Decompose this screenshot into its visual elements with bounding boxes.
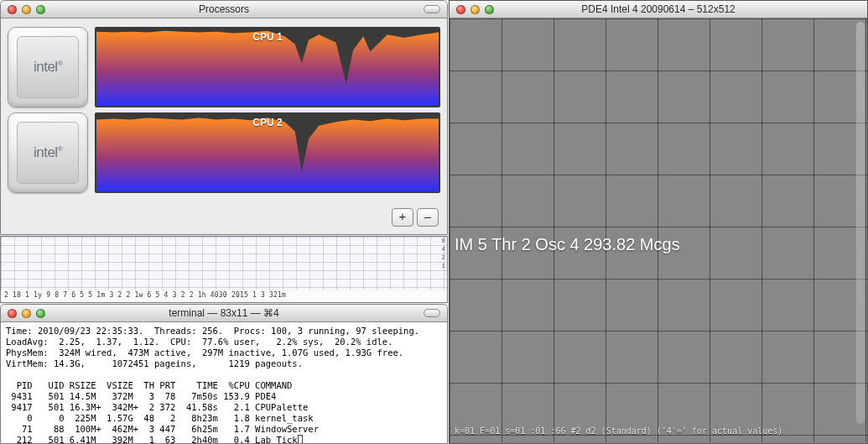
toolbar-toggle-icon[interactable] [424, 309, 440, 317]
chip-brand-label: intel [34, 59, 58, 75]
pde-title: PDE4 Intel 4 20090614 – 512x512 [450, 3, 867, 15]
zoom-icon[interactable] [36, 5, 45, 14]
processors-title: Processors [1, 3, 447, 15]
cpu2-graph: CPU 2 [95, 112, 440, 193]
minimize-icon[interactable] [22, 309, 31, 318]
close-icon[interactable] [456, 5, 465, 14]
history-y-labels: 8 4 2 1 [442, 237, 445, 270]
terminal-titlebar[interactable]: terminal — 83x11 — ⌘4 [1, 305, 447, 322]
cpu2-label: CPU 2 [96, 117, 439, 128]
minimize-icon[interactable] [22, 5, 31, 14]
cpu1-label: CPU 1 [96, 31, 439, 43]
cpu2-area [96, 118, 439, 191]
remove-cpu-button[interactable]: – [417, 208, 439, 227]
pde-titlebar[interactable]: PDE4 Intel 4 20090614 – 512x512 [450, 1, 867, 18]
toolbar-toggle-icon[interactable] [424, 5, 440, 13]
terminal-title: terminal — 83x11 — ⌘4 [1, 307, 447, 319]
cpu1-graph: CPU 1 [95, 27, 440, 107]
zoom-icon[interactable] [36, 309, 45, 318]
terminal-output[interactable]: Time: 2010/09/23 22:35:33. Threads: 256.… [1, 322, 447, 444]
pde-footer-text: k=01 F=01 s=01 :01 :66 #2 d2 (Standard) … [455, 426, 782, 436]
pde-window: PDE4 Intel 4 20090614 – 512x512 IM 5 Thr… [449, 0, 868, 444]
pde-canvas[interactable]: IM 5 Thr 2 Osc 4 293.82 Mcgs k=01 F=01 s… [450, 18, 867, 442]
vertical-scrollbar[interactable] [855, 21, 865, 425]
cpu1-row: intel® CPU 1 [8, 27, 440, 107]
pde-overlay-text: IM 5 Thr 2 Osc 4 293.82 Mcgs [455, 235, 680, 254]
processors-window: Processors intel® [0, 0, 448, 235]
cursor-icon [298, 435, 303, 444]
chip-brand-label: intel [34, 144, 58, 160]
terminal-window: terminal — 83x11 — ⌘4 Time: 2010/09/23 2… [0, 304, 448, 444]
add-cpu-button[interactable]: + [392, 208, 413, 227]
cpu1-chip-icon: intel® [8, 27, 88, 107]
cpu2-chip-icon: intel® [8, 112, 88, 193]
close-icon[interactable] [8, 309, 17, 318]
processors-titlebar[interactable]: Processors [1, 1, 447, 18]
zoom-icon[interactable] [485, 5, 494, 14]
minimize-icon[interactable] [470, 5, 480, 14]
history-graph: 8 4 2 1 [1, 237, 447, 290]
cpu2-row: intel® CPU 2 [8, 112, 440, 193]
close-icon[interactable] [8, 5, 17, 14]
history-window: 8 4 2 1 2 18 1 1y 9 8 7 6 5 5 1m 3 2 2 1… [0, 236, 448, 303]
pde-visualisation [450, 18, 867, 442]
